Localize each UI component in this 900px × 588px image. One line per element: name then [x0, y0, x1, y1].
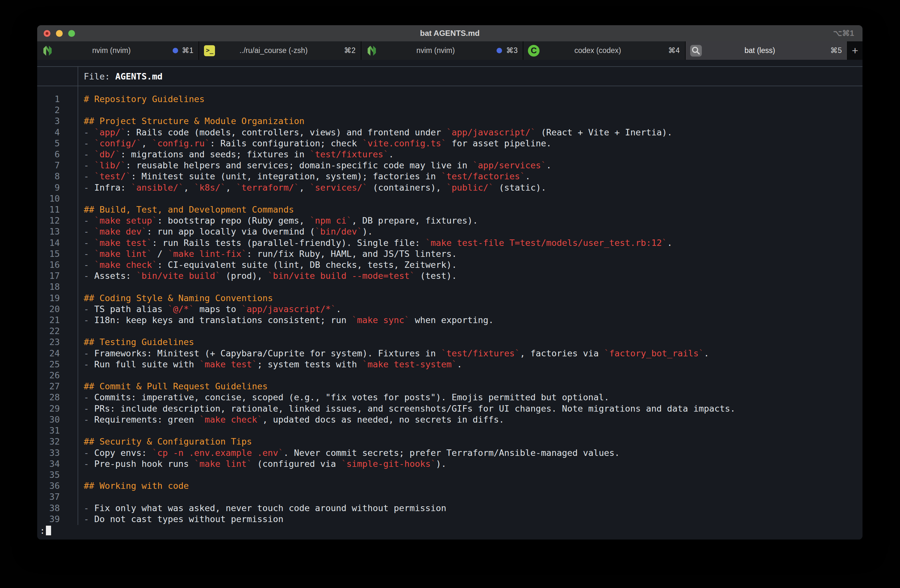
line-text: - Commits: imperative, concise, scoped (… [84, 392, 609, 403]
tab-nvim-nvim[interactable]: nvim (nvim)⌘1 [37, 41, 199, 60]
line-text: - make setup: bootstrap repo (Ruby gems,… [84, 215, 478, 226]
line-number: 9 [37, 182, 60, 193]
tab-title: ../ru/ai_course (-zsh) [219, 46, 328, 55]
line-text: - Frameworks: Minitest (+ Capybara/Cupri… [84, 348, 709, 359]
neovim-icon [42, 45, 53, 57]
code-line: 12- make setup: bootstrap repo (Ruby gem… [37, 215, 863, 226]
tab-nvim-nvim[interactable]: nvim (nvim)⌘3 [362, 41, 523, 60]
code-line: 25- Run full suite with make test; syste… [37, 359, 863, 370]
tab-shortcut: ⌘2 [344, 46, 355, 55]
code-line: 16- make check: CI-equivalent suite (lin… [37, 260, 863, 271]
code-line: 37 [37, 491, 863, 502]
line-text: - make dev: run app locally via Overmind… [84, 226, 373, 237]
line-number: 11 [37, 204, 60, 215]
code-line: 9- Infra: ansible/, k8s/, terraform/, se… [37, 182, 863, 193]
bat-file-header: File: AGENTS.md [37, 66, 863, 86]
terminal-window: bat AGENTS.md ⌥⌘1 nvim (nvim)⌘1>_../ru/a… [37, 25, 863, 540]
line-text: - test/: Minitest suite (unit, integrati… [84, 171, 531, 182]
tab-shortcut: ⌘3 [506, 46, 518, 55]
line-number: 2 [37, 105, 60, 116]
tab-bar: nvim (nvim)⌘1>_../ru/ai_course (-zsh)⌘2n… [37, 41, 863, 60]
code-line: 27## Commit & Pull Request Guidelines [37, 381, 863, 392]
code-line: 1# Repository Guidelines [37, 94, 863, 105]
line-text: ## Build, Test, and Development Commands [84, 204, 294, 215]
code-line: 10 [37, 193, 863, 204]
code-line: 14- make test: run Rails tests (parallel… [37, 237, 863, 248]
line-number: 32 [37, 436, 60, 447]
tab-shortcut: ⌘4 [668, 46, 680, 55]
line-number: 10 [37, 193, 60, 204]
tab-shortcut: ⌘1 [182, 46, 194, 55]
pager-prompt[interactable]: : [40, 525, 51, 536]
code-line: 38- Fix only what was asked, never touch… [37, 503, 863, 514]
minimize-button[interactable] [56, 30, 63, 37]
line-text: - PRs: include description, rationale, l… [84, 403, 736, 414]
code-line: 3## Project Structure & Module Organizat… [37, 116, 863, 127]
new-tab-button[interactable]: + [848, 41, 863, 60]
line-text: - db/: migrations and seeds; fixtures in… [84, 149, 394, 160]
activity-indicator-dot [173, 48, 178, 53]
line-number: 39 [37, 514, 60, 525]
tab-title: codex (codex) [543, 46, 652, 55]
line-text: - Assets: bin/vite build (prod), bin/vit… [84, 271, 457, 282]
code-line: 31 [37, 425, 863, 436]
line-number: 13 [37, 226, 60, 237]
line-number: 6 [37, 149, 60, 160]
tab-title: bat (less) [705, 46, 815, 55]
code-line: 34- Pre-push hook runs make lint (config… [37, 458, 863, 469]
close-button[interactable] [43, 30, 50, 37]
code-line: 36## Working with code [37, 480, 863, 491]
line-number: 5 [37, 138, 60, 149]
code-line: 17- Assets: bin/vite build (prod), bin/v… [37, 271, 863, 282]
line-number: 21 [37, 315, 60, 326]
line-number: 16 [37, 260, 60, 271]
tab-ru-ai-course-zsh[interactable]: >_../ru/ai_course (-zsh)⌘2 [199, 41, 361, 60]
line-number: 23 [37, 337, 60, 348]
search-icon [690, 45, 702, 57]
line-number: 37 [37, 491, 60, 502]
line-number: 3 [37, 116, 60, 127]
line-text: - I18n: keep keys and translations consi… [84, 315, 493, 326]
code-line: 22 [37, 326, 863, 337]
code-line: 5- config/, config.ru: Rails configurati… [37, 138, 863, 149]
line-number: 31 [37, 425, 60, 436]
code-line: 33- Copy envs: cp -n .env.example .env. … [37, 447, 863, 458]
code-line: 7- lib/: reusable helpers and services; … [37, 160, 863, 171]
line-text: - config/, config.ru: Rails configuratio… [84, 138, 551, 149]
code-line: 29- PRs: include description, rationale,… [37, 403, 863, 414]
tab-bat-less[interactable]: bat (less)⌘5 [686, 41, 848, 60]
tab-codex-codex[interactable]: Ccodex (codex)⌘4 [523, 41, 685, 60]
zoom-button[interactable] [68, 30, 75, 37]
line-number: 35 [37, 469, 60, 480]
terminal-icon: >_ [204, 45, 215, 57]
code-line: 4- app/: Rails code (models, controllers… [37, 127, 863, 138]
codex-icon: C [528, 45, 540, 57]
code-line: 2 [37, 105, 863, 116]
text-cursor [46, 526, 51, 535]
file-label: File: [84, 71, 115, 81]
line-number: 14 [37, 237, 60, 248]
neovim-icon [366, 45, 378, 57]
line-text: - Do not cast types without permission [84, 514, 284, 525]
title-bar[interactable]: bat AGENTS.md ⌥⌘1 [37, 25, 863, 41]
tab-title: nvim (nvim) [381, 46, 490, 55]
line-number: 29 [37, 403, 60, 414]
code-line: 21- I18n: keep keys and translations con… [37, 315, 863, 326]
line-number: 34 [37, 458, 60, 469]
code-line: 26 [37, 370, 863, 381]
line-text: ## Commit & Pull Request Guidelines [84, 381, 268, 392]
traffic-lights [37, 30, 75, 37]
line-number: 1 [37, 94, 60, 105]
code-line: 19## Coding Style & Naming Conventions [37, 293, 863, 304]
line-text: ## Working with code [84, 480, 189, 491]
line-number: 36 [37, 480, 60, 491]
code-line: 11## Build, Test, and Development Comman… [37, 204, 863, 215]
window-title: bat AGENTS.md [37, 29, 863, 38]
line-number: 22 [37, 326, 60, 337]
terminal-content[interactable]: File: AGENTS.md 1# Repository Guidelines… [37, 60, 863, 540]
line-text: ## Coding Style & Naming Conventions [84, 293, 273, 304]
line-text: - Pre-push hook runs make lint (configur… [84, 458, 447, 469]
line-number: 12 [37, 215, 60, 226]
line-text: - Requirements: green make check, update… [84, 414, 504, 425]
code-line: 8- test/: Minitest suite (unit, integrat… [37, 171, 863, 182]
